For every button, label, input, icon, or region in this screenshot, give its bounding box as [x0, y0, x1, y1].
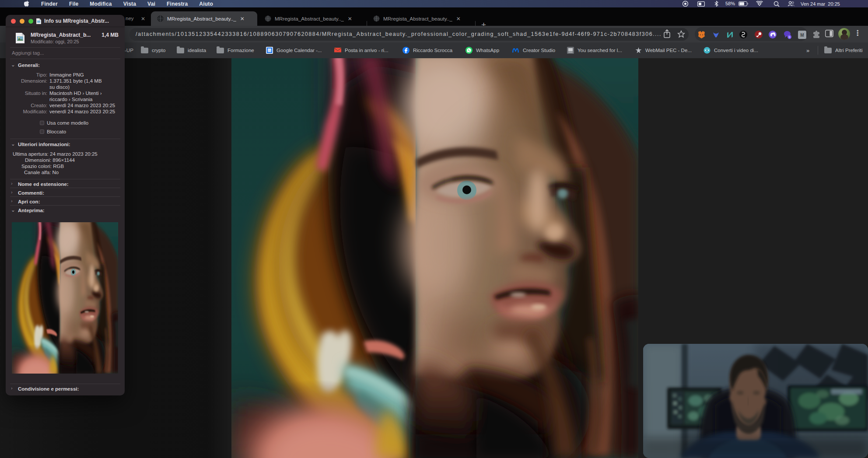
svg-text:M: M: [800, 32, 804, 37]
svg-text:31: 31: [268, 49, 271, 52]
